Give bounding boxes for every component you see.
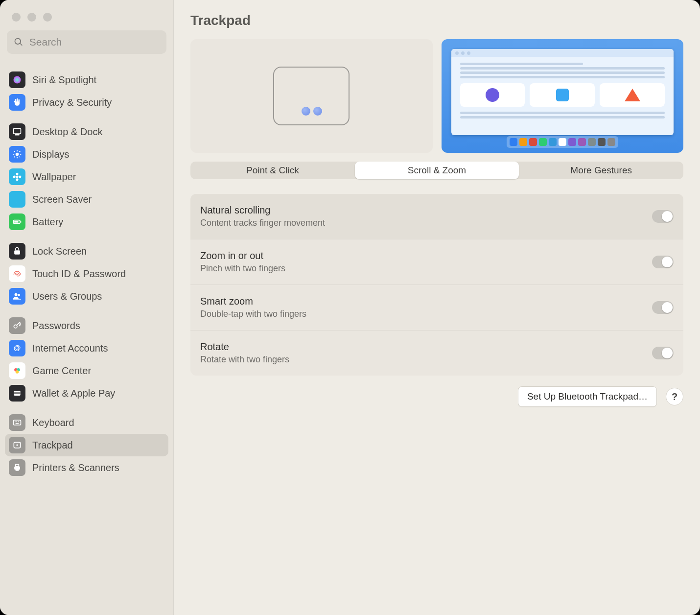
- moon-icon: [9, 191, 25, 208]
- square-icon: [556, 89, 569, 101]
- svg-point-22: [18, 294, 20, 296]
- sidebar-item-wallet-apple-pay[interactable]: Wallet & Apple Pay: [5, 382, 168, 404]
- sidebar-item-label: Wallet & Apple Pay: [32, 388, 115, 399]
- sidebar-item-label: Privacy & Security: [32, 97, 112, 108]
- sidebar-item-label: Printers & Scanners: [32, 462, 119, 473]
- sidebar-item-displays[interactable]: Displays: [5, 143, 168, 166]
- sidebar-item-privacy-security[interactable]: Privacy & Security: [5, 91, 168, 114]
- toggle-zoom-in-or-out[interactable]: [652, 256, 674, 268]
- window-traffic-lights: [0, 7, 173, 30]
- dock-app-icon: [598, 138, 606, 146]
- sidebar-item-label: Trackpad: [32, 440, 73, 451]
- svg-point-3: [16, 153, 19, 156]
- svg-point-13: [16, 173, 19, 175]
- sidebar-item-users-groups[interactable]: Users & Groups: [5, 285, 168, 308]
- sidebar-item-internet-accounts[interactable]: @Internet Accounts: [5, 337, 168, 359]
- sidebar-item-screen-saver[interactable]: Screen Saver: [5, 188, 168, 211]
- dock-app-icon: [559, 138, 566, 146]
- svg-point-36: [16, 444, 18, 446]
- sidebar-item-siri-spotlight[interactable]: Siri & Spotlight: [5, 69, 168, 91]
- sidebar-list: Siri & SpotlightPrivacy & SecurityDeskto…: [0, 59, 173, 489]
- mini-dock-icon: [507, 136, 618, 148]
- svg-rect-39: [16, 469, 19, 471]
- svg-line-8: [14, 151, 15, 152]
- svg-rect-31: [15, 422, 16, 423]
- battery-icon: [9, 213, 25, 230]
- svg-rect-20: [14, 250, 20, 254]
- desktop-preview: [442, 39, 684, 153]
- hand-icon: [9, 94, 25, 111]
- sidebar-item-game-center[interactable]: Game Center: [5, 359, 168, 382]
- help-button[interactable]: ?: [666, 388, 683, 405]
- mini-window-icon: [451, 49, 674, 135]
- sun-icon: [9, 146, 25, 163]
- setting-subtitle: Rotate with two fingers: [200, 355, 642, 365]
- dock-icon: [9, 123, 25, 140]
- sidebar-item-touch-id-password[interactable]: Touch ID & Password: [5, 262, 168, 285]
- svg-rect-18: [21, 221, 22, 222]
- svg-point-21: [15, 293, 18, 296]
- sidebar-item-label: Battery: [32, 216, 63, 228]
- finger-dot-icon: [302, 107, 310, 116]
- system-settings-window: Siri & SpotlightPrivacy & SecurityDeskto…: [0, 0, 700, 615]
- search-field[interactable]: [7, 30, 166, 54]
- tab-more-gestures[interactable]: More Gestures: [519, 162, 683, 179]
- svg-rect-29: [14, 392, 20, 394]
- wallet-icon: [9, 385, 25, 402]
- setting-row-rotate: RotateRotate with two fingers: [190, 331, 683, 376]
- svg-point-14: [16, 178, 19, 181]
- preview-row: [190, 39, 683, 153]
- tab-scroll-zoom[interactable]: Scroll & Zoom: [355, 162, 519, 179]
- toggle-natural-scrolling[interactable]: [652, 210, 674, 223]
- sidebar-item-wallpaper[interactable]: Wallpaper: [5, 166, 168, 188]
- key-icon: [9, 317, 25, 334]
- tab-point-click[interactable]: Point & Click: [190, 162, 355, 179]
- setting-subtitle: Pinch with two fingers: [200, 263, 642, 274]
- sidebar-item-battery[interactable]: Battery: [5, 211, 168, 233]
- lock-icon: [9, 243, 25, 260]
- sidebar-item-keyboard[interactable]: Keyboard: [5, 411, 168, 434]
- sidebar-item-label: Internet Accounts: [32, 343, 108, 354]
- settings-list: Natural scrollingContent tracks finger m…: [190, 194, 683, 376]
- keyboard-icon: [9, 414, 25, 431]
- sidebar-item-trackpad[interactable]: Trackpad: [5, 434, 168, 456]
- finger-icon: [9, 265, 25, 282]
- sidebar-item-label: Keyboard: [32, 417, 74, 428]
- sidebar-item-printers-scanners[interactable]: Printers & Scanners: [5, 456, 168, 479]
- svg-line-10: [14, 157, 15, 158]
- dock-app-icon: [588, 138, 596, 146]
- setting-row-zoom-in-or-out: Zoom in or outPinch with two fingers: [190, 239, 683, 285]
- sidebar-item-label: Game Center: [32, 365, 91, 377]
- trackpad-preview: [190, 39, 433, 153]
- @-icon: @: [9, 340, 25, 356]
- sidebar-item-label: Siri & Spotlight: [32, 74, 96, 86]
- setup-bluetooth-trackpad-button[interactable]: Set Up Bluetooth Trackpad…: [518, 386, 657, 407]
- sidebar-item-label: Passwords: [32, 320, 80, 331]
- svg-point-27: [16, 370, 19, 374]
- minimize-icon[interactable]: [27, 13, 36, 22]
- tab-bar: Point & ClickScroll & ZoomMore Gestures: [190, 162, 683, 179]
- svg-rect-30: [14, 420, 21, 425]
- svg-point-0: [14, 76, 21, 84]
- sidebar-item-desktop-dock[interactable]: Desktop & Dock: [5, 120, 168, 143]
- flower-icon: [9, 168, 25, 185]
- toggle-rotate[interactable]: [652, 347, 674, 359]
- search-input[interactable]: [28, 36, 160, 48]
- svg-line-11: [20, 151, 21, 152]
- sidebar-item-label: Touch ID & Password: [32, 268, 126, 280]
- sidebar-item-passwords[interactable]: Passwords: [5, 314, 168, 337]
- sidebar-item-label: Users & Groups: [32, 291, 102, 302]
- svg-rect-2: [15, 134, 20, 136]
- close-icon[interactable]: [12, 13, 21, 22]
- svg-text:@: @: [14, 343, 21, 352]
- toggle-smart-zoom[interactable]: [652, 301, 674, 314]
- setting-subtitle: Content tracks finger movement: [200, 218, 642, 228]
- setting-row-smart-zoom: Smart zoomDouble-tap with two fingers: [190, 285, 683, 331]
- zoom-icon[interactable]: [43, 13, 52, 22]
- sidebar-item-label: Displays: [32, 149, 70, 160]
- svg-point-15: [13, 176, 16, 178]
- sidebar-item-lock-screen[interactable]: Lock Screen: [5, 240, 168, 262]
- svg-line-9: [20, 157, 21, 158]
- svg-point-12: [16, 176, 19, 178]
- gc-icon: [9, 362, 25, 379]
